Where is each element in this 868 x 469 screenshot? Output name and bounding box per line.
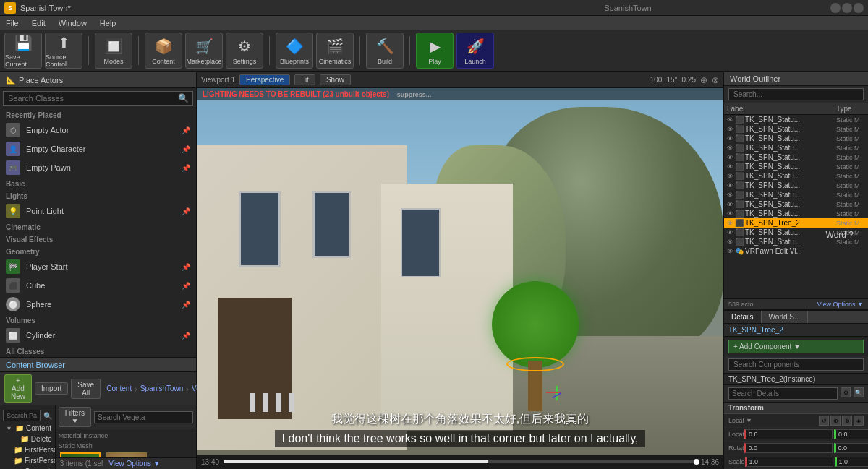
menu-help[interactable]: Help	[97, 17, 119, 29]
tree-foliage	[492, 281, 579, 368]
wo-item-selected[interactable]: 👁 ⬛ TK_SPN_Tree_2 Static M	[724, 218, 868, 228]
play-button[interactable]: ▶ Play	[416, 33, 454, 69]
actor-point-light[interactable]: 💡 Point Light 📌	[0, 202, 196, 220]
mesh-icon-12: ⬛	[736, 229, 743, 236]
minimize-button[interactable]	[830, 3, 841, 13]
maximize-button[interactable]	[842, 3, 852, 13]
wo-item-4[interactable]: 👁 ⬛ TK_SPN_Statu... Static M	[724, 152, 868, 162]
wo-item-9[interactable]: 👁 ⬛ TK_SPN_Statu... Static M	[724, 199, 868, 209]
add-new-button[interactable]: + Add New	[4, 374, 32, 403]
perspective-button[interactable]: Perspective	[239, 74, 290, 85]
modes-button[interactable]: 🔲 Modes	[95, 33, 132, 69]
wo-item-2[interactable]: 👁 ⬛ TK_SPN_Statu... Static M	[724, 134, 868, 143]
lit-button[interactable]: Lit	[294, 74, 315, 85]
wo-type-9: Static M	[836, 201, 865, 208]
wo-item-8[interactable]: 👁 ⬛ TK_SPN_Statu... Static M	[724, 190, 868, 199]
scale-y-input[interactable]	[835, 457, 868, 467]
transform-section-header[interactable]: Transform	[724, 403, 868, 414]
play-icon: ▶	[425, 36, 445, 56]
cylinder-icon: ⬜	[6, 328, 20, 343]
rotation-y-input[interactable]	[834, 443, 868, 453]
vp-icon-1[interactable]: ⊕	[700, 75, 707, 85]
save-current-button[interactable]: 💾 Save Current	[4, 33, 42, 69]
pin-icon-7: 📌	[182, 332, 190, 340]
filters-button[interactable]: Filters ▼	[59, 407, 91, 427]
wo-item-3[interactable]: 👁 ⬛ TK_SPN_Statu... Static M	[724, 143, 868, 152]
build-button[interactable]: 🔨 Build	[366, 33, 404, 69]
add-component-button[interactable]: + Add Component ▼	[728, 340, 864, 353]
import-button[interactable]: Import	[35, 382, 68, 395]
details-settings-button[interactable]: ⚙	[841, 387, 851, 397]
mesh-icon-14: 🎭	[736, 248, 743, 255]
wo-item-1[interactable]: 👁 ⬛ TK_SPN_Statu... Static M	[724, 124, 868, 134]
wo-item-0[interactable]: 👁 ⬛ TK_SPN_Statu... Static M	[724, 115, 868, 124]
source-control-button[interactable]: ⬆ Source Control	[45, 33, 82, 69]
tab-world-settings[interactable]: World S...	[762, 311, 809, 323]
location-y-input[interactable]	[834, 429, 868, 439]
video-progress-bar[interactable]: 13:40 14:36	[197, 455, 723, 469]
breadcrumb-content[interactable]: Content	[106, 384, 132, 392]
t-btn-3[interactable]: ⊗	[842, 416, 852, 426]
col-label-header: Label	[727, 105, 836, 113]
viewport-scene[interactable]: LIGHTING NEEDS TO BE REBUILT (23 unbuilt…	[197, 88, 723, 469]
t-btn-2[interactable]: ⊕	[830, 416, 841, 426]
content-button[interactable]: 📦 Content	[145, 33, 182, 69]
actor-cylinder[interactable]: ⬜ Cylinder 📌	[0, 326, 196, 345]
rotation-x-input[interactable]	[744, 443, 833, 453]
search-paths-input[interactable]	[3, 410, 41, 421]
empty-character-icon: 👤	[6, 142, 20, 156]
wo-type-6: Static M	[836, 173, 865, 180]
cinematics-button[interactable]: 🎬 Cinematics	[316, 33, 354, 69]
tree-selection-indicator	[506, 357, 564, 371]
cb-view-options[interactable]: View Options ▼	[109, 460, 160, 468]
empty-actor-label: Empty Actor	[26, 126, 176, 134]
menu-file[interactable]: File	[3, 17, 22, 29]
marketplace-button[interactable]: 🛒 Marketplace	[185, 33, 223, 69]
search-details-input[interactable]	[728, 387, 838, 400]
details-filter-button[interactable]: 🔍	[854, 387, 864, 397]
progress-playhead[interactable]	[694, 459, 699, 465]
tree-item-geometry[interactable]: 📁 Geometry	[0, 466, 55, 469]
launch-button[interactable]: 🚀 Launch	[456, 33, 494, 69]
visibility-icon-1: 👁	[727, 126, 733, 133]
asset-tree-bark[interactable]: TK_SPN_Tree_01_Bark	[105, 452, 148, 457]
wo-item-6[interactable]: 👁 ⬛ TK_SPN_Statu... Static M	[724, 171, 868, 181]
breadcrumb-spanish-town[interactable]: SpanishTown	[140, 384, 183, 392]
wo-item-5[interactable]: 👁 ⬛ TK_SPN_Statu... Static M	[724, 162, 868, 171]
wo-search-input[interactable]	[728, 88, 864, 100]
wo-item-14[interactable]: 👁 🎭 VRPawn Edit Vi...	[724, 246, 868, 256]
progress-track[interactable]	[224, 460, 697, 463]
search-components-input[interactable]	[728, 358, 864, 371]
search-vegetation-input[interactable]	[94, 411, 193, 423]
asset-tree-01[interactable]: TK_SPN_Tree_01	[59, 452, 102, 457]
t-btn-1[interactable]: ↺	[819, 416, 829, 426]
t-btn-4[interactable]: ◈	[854, 416, 864, 426]
save-all-button[interactable]: Save All	[71, 379, 101, 399]
actor-empty-pawn[interactable]: 🎮 Empty Pawn 📌	[0, 158, 196, 177]
tree-item-firstpersonbp[interactable]: 📁 FirstPersonBP	[0, 455, 55, 466]
actor-empty-character[interactable]: 👤 Empty Character 📌	[0, 139, 196, 158]
settings-button[interactable]: ⚙ Settings	[226, 33, 263, 69]
scale-x-input[interactable]	[745, 457, 833, 467]
actor-player-start[interactable]: 🏁 Player Start 📌	[0, 257, 196, 276]
tree-item-content[interactable]: ▼ 📁 Content	[0, 423, 55, 434]
tree-item-firstperson[interactable]: 📁 FirstPerson	[0, 444, 55, 455]
menu-edit[interactable]: Edit	[29, 17, 48, 29]
instance-label: TK_SPN_Tree_2(Instance)	[728, 375, 815, 383]
close-button[interactable]	[854, 3, 864, 13]
blueprints-button[interactable]: 🔷 Blueprints	[276, 33, 313, 69]
location-x-input[interactable]	[744, 429, 833, 439]
actor-empty-actor[interactable]: ⬡ Empty Actor 📌	[0, 121, 196, 139]
wo-item-7[interactable]: 👁 ⬛ TK_SPN_Statu... Static M	[724, 181, 868, 190]
menu-window[interactable]: Window	[56, 17, 90, 29]
show-button[interactable]: Show	[320, 74, 351, 85]
vp-icon-2[interactable]: ⊗	[712, 75, 719, 85]
wo-item-10[interactable]: 👁 ⬛ TK_SPN_Statu... Static M	[724, 209, 868, 218]
actor-cube[interactable]: ⬛ Cube 📌	[0, 276, 196, 295]
search-classes-input[interactable]	[3, 91, 193, 106]
wo-view-options[interactable]: View Options ▼	[817, 301, 864, 308]
tree-item-delete[interactable]: 📁 Delete	[0, 434, 55, 444]
actor-sphere[interactable]: ⚪ Sphere 📌	[0, 295, 196, 314]
suppress-link[interactable]: suppress...	[397, 91, 432, 98]
tab-details[interactable]: Details	[724, 311, 762, 323]
